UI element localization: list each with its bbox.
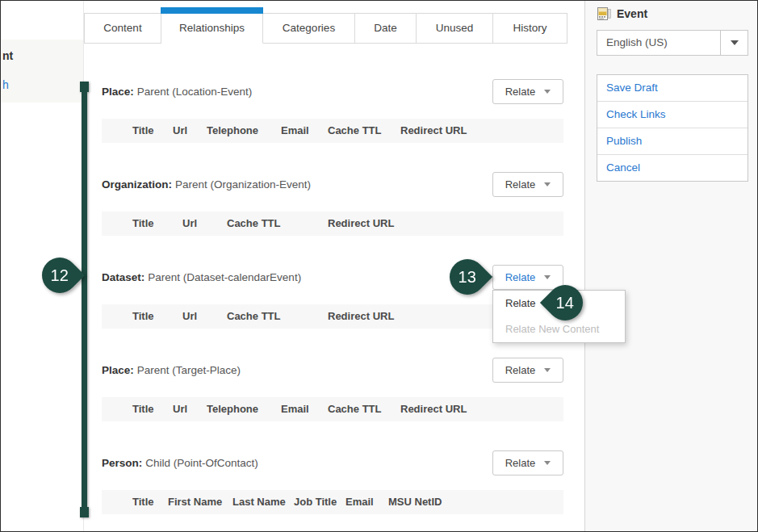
table-header-row: TitleUrlTelephoneEmailCache TTLRedirect … (102, 119, 563, 143)
save-draft-button[interactable]: Save Draft (597, 75, 748, 102)
callout-13: 13 (442, 252, 492, 302)
column-header: Title (132, 397, 154, 421)
caret-down-icon (544, 182, 551, 186)
relate-button-label: Relate (505, 271, 536, 283)
event-content-type-icon (597, 7, 611, 20)
tab-categories[interactable]: Categories (263, 13, 355, 44)
language-select-value: English (US) (597, 31, 720, 55)
column-header: Telephone (207, 119, 258, 143)
chevron-down-icon[interactable] (720, 31, 748, 55)
action-list: Save Draft Check Links Publish Cancel (597, 74, 748, 182)
column-header: Url (182, 304, 197, 329)
caret-down-icon (544, 90, 551, 94)
column-header: Email (281, 397, 309, 421)
tab-content[interactable]: Content (84, 13, 161, 44)
relate-button[interactable]: Relate (492, 172, 563, 197)
column-header: Job Title (294, 490, 337, 514)
column-header: First Name (168, 490, 222, 514)
column-header: Title (132, 212, 154, 236)
check-links-button[interactable]: Check Links (597, 102, 748, 128)
callout-13-label: 13 (459, 268, 476, 287)
column-header: Email (345, 490, 374, 514)
callout-12: 12 (35, 250, 85, 300)
column-header: Url (173, 397, 187, 421)
relate-button-label: Relate (505, 364, 536, 376)
language-select[interactable]: English (US) (597, 30, 748, 56)
column-header: Url (182, 212, 197, 236)
publish-button[interactable]: Publish (597, 128, 748, 155)
section-label: Place:Parent (Location-Event) (102, 86, 252, 98)
relationship-section: Place:Parent (Target-Place) Relate Title… (102, 358, 563, 421)
relate-button-label: Relate (505, 86, 536, 98)
column-header: Cache TTL (227, 212, 280, 236)
callout-12-label: 12 (51, 266, 69, 285)
section-label: Organization:Parent (Organization-Event) (102, 178, 311, 191)
column-header: Redirect URL (328, 212, 394, 236)
table-header-row: TitleFirst NameLast NameJob TitleEmailMS… (102, 490, 563, 514)
tab-bar: Content Relationships Categories Date Un… (84, 13, 567, 44)
relate-button[interactable]: Relate (492, 79, 563, 104)
column-header: Last Name (232, 490, 286, 514)
column-header: Title (132, 119, 154, 143)
tab-relationships[interactable]: Relationships (161, 13, 263, 44)
column-header: Redirect URL (328, 304, 394, 329)
relate-button-label: Relate (505, 457, 536, 469)
column-header: Telephone (207, 397, 258, 421)
column-header: Redirect URL (400, 397, 467, 421)
right-sidebar: Event English (US) Save Draft Check Link… (584, 1, 758, 531)
table-header-row: TitleUrlTelephoneEmailCache TTLRedirect … (102, 397, 563, 421)
left-nav-panel: nt h (1, 40, 83, 103)
column-header: Cache TTL (328, 397, 381, 421)
column-header: Email (281, 119, 309, 143)
tab-date[interactable]: Date (355, 13, 417, 44)
column-header: Title (132, 304, 154, 329)
relationship-section: Organization:Parent (Organization-Event)… (102, 172, 563, 236)
callout-14-label: 14 (556, 294, 574, 312)
main-content: Content Relationships Categories Date Un… (84, 1, 584, 531)
table-header-row: TitleUrlCache TTLRedirect URL (102, 212, 563, 236)
left-nav-text-fragment: nt (2, 49, 13, 62)
cancel-button[interactable]: Cancel (597, 155, 748, 181)
section-label: Dataset:Parent (Dataset-calendarEvent) (102, 271, 301, 283)
relationship-section: Person:Child (Point-OfContact) Relate Ti… (102, 450, 563, 514)
column-header: Redirect URL (400, 119, 467, 143)
caret-down-icon (544, 461, 551, 465)
tab-unused[interactable]: Unused (417, 13, 493, 44)
column-header: Title (132, 490, 154, 514)
callout-14: 14 (540, 278, 590, 328)
content-type-header: Event (597, 7, 647, 20)
caret-down-icon (544, 368, 551, 372)
relate-button[interactable]: Relate (492, 358, 563, 383)
relationship-section: Place:Parent (Location-Event) Relate Tit… (102, 79, 563, 143)
column-header: MSU NetID (388, 490, 442, 514)
column-header: Url (173, 119, 187, 143)
section-label: Place:Parent (Target-Place) (102, 364, 241, 376)
left-nav-link-fragment[interactable]: h (2, 78, 9, 91)
tab-history[interactable]: History (493, 13, 567, 44)
screenshot-frame: nt h Content Relationships Categories Da… (0, 0, 758, 532)
column-header: Cache TTL (328, 119, 381, 143)
section-label: Person:Child (Point-OfContact) (102, 457, 258, 469)
relate-button[interactable]: Relate (492, 450, 563, 475)
relate-button-label: Relate (505, 178, 536, 191)
column-header: Cache TTL (227, 304, 280, 329)
content-type-title: Event (617, 7, 647, 20)
